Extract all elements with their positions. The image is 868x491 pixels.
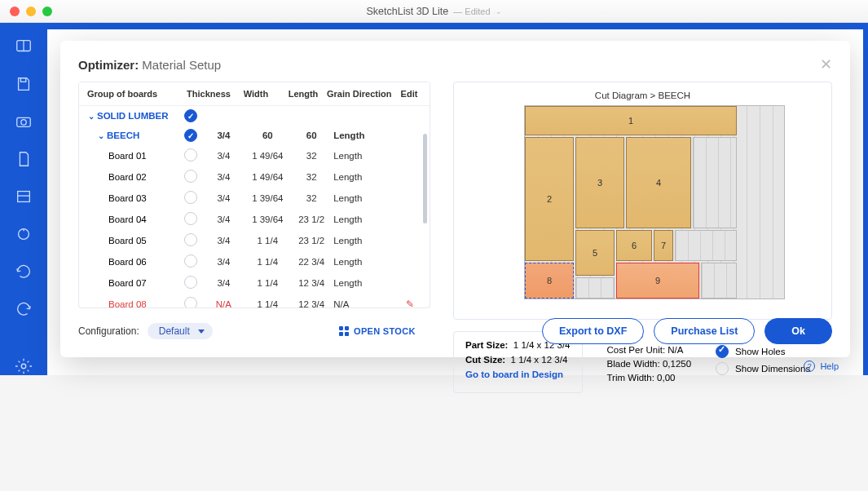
cut-diagram-panel: Cut Diagram > BEECH 1 2 3 4 xyxy=(453,82,832,320)
svg-point-8 xyxy=(21,364,26,369)
col-grain: Grain Direction xyxy=(327,89,397,99)
cut-diagram-title: Cut Diagram > BEECH xyxy=(467,91,818,100)
row-name: Board 01 xyxy=(108,151,147,161)
scrollbar[interactable] xyxy=(423,134,427,223)
material-row[interactable]: ⌄BEECH3/46060Length xyxy=(79,126,430,145)
grid-icon xyxy=(339,326,349,336)
board-row[interactable]: Board 063/41 1/422 3/4Length xyxy=(79,251,430,272)
board-row[interactable]: Board 023/41 49/6432Length xyxy=(79,166,430,188)
svg-point-4 xyxy=(21,120,26,125)
row-checkbox[interactable] xyxy=(184,276,197,289)
go-to-board-link[interactable]: Go to board in Design xyxy=(465,369,563,379)
expand-caret-icon[interactable]: ⌄ xyxy=(87,112,95,121)
app-title: SketchList 3D Lite xyxy=(367,6,449,17)
measure-icon[interactable] xyxy=(15,225,33,243)
row-name: Board 04 xyxy=(108,215,147,224)
export-dxf-button[interactable]: Export to DXF xyxy=(542,318,644,344)
purchase-list-button[interactable]: Purchase List xyxy=(654,318,755,344)
save-icon[interactable] xyxy=(15,75,33,93)
col-length: Length xyxy=(280,89,327,99)
boards-table: Group of boards Thickness Width Length G… xyxy=(78,82,430,308)
window-titlebar: SketchList 3D Lite — Edited ⌄ xyxy=(0,0,868,23)
help-link[interactable]: ? Help xyxy=(804,361,839,372)
board-row[interactable]: Board 073/41 1/412 3/4Length xyxy=(79,272,430,294)
main-canvas: Optimizer: Material Setup ✕ Group of boa… xyxy=(47,29,863,375)
row-checkbox[interactable] xyxy=(184,254,197,268)
left-nav xyxy=(0,29,47,375)
close-window-icon[interactable] xyxy=(10,7,20,16)
configuration-label: Configuration: xyxy=(78,325,139,337)
configuration-dropdown[interactable]: Default xyxy=(148,323,213,339)
row-checkbox[interactable] xyxy=(184,109,197,122)
open-stock-link[interactable]: OPEN STOCK xyxy=(339,326,416,336)
row-checkbox[interactable] xyxy=(184,191,197,204)
ok-button[interactable]: Ok xyxy=(764,318,832,344)
row-checkbox[interactable] xyxy=(184,233,197,246)
row-checkbox[interactable] xyxy=(184,129,197,142)
chevron-down-icon[interactable]: ⌄ xyxy=(496,7,502,15)
svg-rect-2 xyxy=(20,78,25,82)
show-dimensions-toggle[interactable] xyxy=(716,362,729,375)
row-checkbox[interactable] xyxy=(184,297,197,307)
minimize-window-icon[interactable] xyxy=(26,7,36,16)
board-row[interactable]: Board 033/41 39/6432Length xyxy=(79,188,430,209)
col-group: Group of boards xyxy=(87,89,185,99)
col-thickness: Thickness xyxy=(185,89,232,99)
add-panel-icon[interactable] xyxy=(15,38,33,55)
row-checkbox[interactable] xyxy=(184,212,197,225)
modal-title: Optimizer: Material Setup xyxy=(78,58,221,72)
board-row[interactable]: Board 08N/A1 1/412 3/4N/A✎ xyxy=(79,294,430,307)
row-name: BEECH xyxy=(107,130,139,140)
col-width: Width xyxy=(232,89,280,99)
row-name: Board 08 xyxy=(108,299,147,307)
row-name: Board 02 xyxy=(108,172,147,182)
row-checkbox[interactable] xyxy=(184,148,197,161)
board-row[interactable]: Board 053/41 1/423 1/2Length xyxy=(79,230,430,251)
row-checkbox[interactable] xyxy=(184,170,197,183)
row-name: SOLID LUMBER xyxy=(97,111,169,121)
cut-diagram: 1 2 3 4 5 6 7 8 xyxy=(467,105,818,304)
board-row[interactable]: Board 013/41 49/6432Length xyxy=(79,145,430,166)
zoom-window-icon[interactable] xyxy=(42,7,52,16)
board-row[interactable]: Board 043/41 39/6423 1/2Length xyxy=(79,209,430,230)
camera-icon[interactable] xyxy=(15,113,33,130)
undo-icon[interactable] xyxy=(15,263,33,281)
row-name: Board 05 xyxy=(108,236,147,246)
show-holes-toggle[interactable] xyxy=(716,345,729,358)
edit-icon[interactable]: ✎ xyxy=(406,299,414,307)
layout-icon[interactable] xyxy=(15,188,33,206)
doc-edited-label: — Edited xyxy=(453,7,490,16)
window-controls xyxy=(0,7,52,16)
close-icon[interactable]: ✕ xyxy=(820,55,832,73)
redo-icon[interactable] xyxy=(15,300,33,318)
expand-caret-icon[interactable]: ⌄ xyxy=(97,131,105,140)
optimizer-modal: Optimizer: Material Setup ✕ Group of boa… xyxy=(60,41,850,357)
row-name: Board 07 xyxy=(108,278,147,288)
svg-rect-3 xyxy=(17,117,31,126)
svg-rect-5 xyxy=(18,192,30,202)
settings-icon[interactable] xyxy=(15,357,33,375)
document-icon[interactable] xyxy=(15,150,33,168)
col-edit: Edit xyxy=(397,89,421,99)
group-row[interactable]: ⌄SOLID LUMBER xyxy=(79,106,430,126)
row-name: Board 03 xyxy=(108,193,147,203)
row-name: Board 06 xyxy=(108,257,147,267)
help-icon: ? xyxy=(804,361,815,372)
